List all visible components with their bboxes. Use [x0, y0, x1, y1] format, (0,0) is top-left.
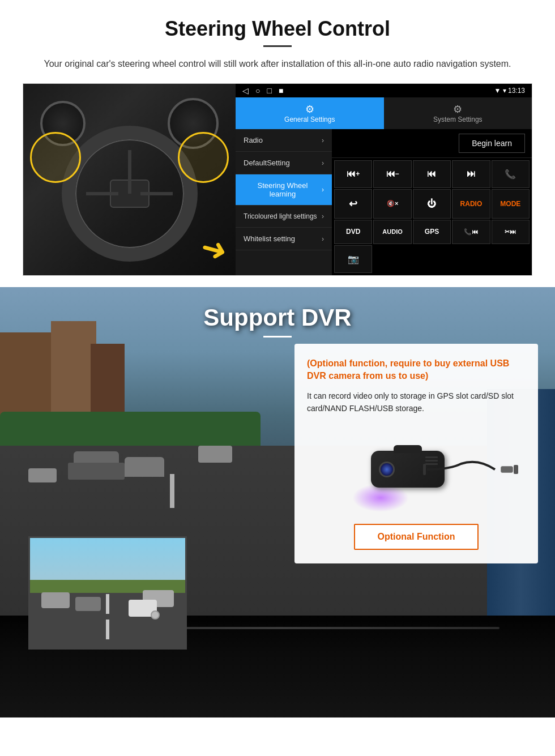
chevron-icon: ›: [322, 186, 324, 194]
statusbar: ◁ ○ □ ■ ▼ ▾ 13:13: [236, 84, 532, 97]
menu-item-radio[interactable]: Radio ›: [236, 129, 332, 152]
menu-item-whitelist-label: Whitelist setting: [244, 234, 295, 243]
control-buttons-grid: ⏮+ ⏮− ⏮ ⏭ 📞 ↩ 🔇× ⏻ RADIO MODE DVD AUDIO …: [332, 158, 532, 275]
next-track-button[interactable]: ⏭: [452, 160, 490, 188]
statusbar-time-area: ▼ ▾ 13:13: [494, 87, 525, 95]
settings-menu: Radio › DefaultSetting › Steering Wheel …: [236, 129, 332, 275]
audio-button[interactable]: AUDIO: [373, 220, 411, 245]
mode-button[interactable]: MODE: [492, 189, 530, 219]
menu-item-radio-label: Radio: [244, 136, 263, 144]
return-button[interactable]: ↩: [334, 189, 372, 219]
dvr-page-title: Support DVR: [0, 304, 555, 331]
menu-item-steering-label: Steering Wheel learning: [244, 181, 322, 198]
statusbar-nav-icons: ◁ ○ □ ■: [242, 86, 283, 95]
chevron-icon: ›: [322, 159, 324, 167]
menu-item-tricoloured[interactable]: Tricoloured light settings ›: [236, 206, 332, 228]
dvr-info-card: (Optional function, require to buy exter…: [294, 344, 538, 563]
settings-tabs: ⚙ General Settings ⚙ System Settings: [236, 97, 532, 129]
recents-icon: □: [267, 86, 271, 95]
begin-learn-button[interactable]: Begin learn: [459, 134, 525, 153]
menu-item-defaultsetting-label: DefaultSetting: [244, 159, 290, 167]
back-icon: ◁: [242, 86, 249, 95]
page-title: Steering Wheel Control: [23, 17, 532, 41]
tab-general-label: General Settings: [284, 116, 335, 123]
ui-screenshot: ➜ ◁ ○ □ ■ ▼ ▾ 13:13: [23, 83, 532, 276]
radio-button[interactable]: RADIO: [452, 189, 490, 219]
settings-content: Radio › DefaultSetting › Steering Wheel …: [236, 129, 532, 275]
menu-item-whitelist[interactable]: Whitelist setting ›: [236, 228, 332, 250]
dvr-description: It can record video only to storage in G…: [307, 390, 526, 415]
dvr-optional-text: (Optional function, require to buy exter…: [307, 357, 526, 383]
tab-system-label: System Settings: [433, 116, 483, 123]
menu-item-tricoloured-label: Tricoloured light settings: [244, 212, 317, 220]
mute-button[interactable]: 🔇×: [373, 189, 411, 219]
dvd-button[interactable]: DVD: [334, 220, 372, 245]
menu-icon: ■: [279, 86, 283, 95]
steering-photo: ➜: [23, 84, 236, 276]
begin-learn-area: Begin learn: [332, 129, 532, 158]
tab-system-settings[interactable]: ⚙ System Settings: [384, 97, 532, 129]
steering-section: Steering Wheel Control Your original car…: [0, 0, 555, 287]
dvr-inset-screenshot: [28, 536, 187, 650]
dvr-camera-image: [307, 424, 526, 515]
prev-track-button[interactable]: ⏮: [413, 160, 451, 188]
wifi-icon: ▾: [503, 87, 508, 95]
gps-button[interactable]: GPS: [413, 220, 451, 245]
chevron-icon: ›: [322, 235, 324, 243]
power-button[interactable]: ⏻: [413, 189, 451, 219]
dvr-section: Support DVR (Optional function, require …: [0, 287, 555, 717]
clock: 13:13: [508, 87, 525, 95]
gear-icon: ⚙: [240, 103, 379, 116]
optional-function-button[interactable]: Optional Function: [354, 524, 479, 550]
dvr-title-divider: [263, 336, 292, 338]
steering-controls-panel: Begin learn ⏮+ ⏮− ⏮ ⏭ 📞 ↩ 🔇× ⏻ RADIO MOD…: [332, 129, 532, 275]
signal-icon: ▼: [494, 87, 502, 95]
vol-up-button[interactable]: ⏮+: [334, 160, 372, 188]
vol-down-button[interactable]: ⏮−: [373, 160, 411, 188]
cut-next-button[interactable]: ✂⏭: [492, 220, 530, 245]
home-icon: ○: [255, 86, 260, 95]
android-head-unit: ◁ ○ □ ■ ▼ ▾ 13:13 ⚙ General Settings: [236, 84, 532, 275]
section-subtitle: Your original car's steering wheel contr…: [34, 57, 521, 71]
phone-prev-button[interactable]: 📞⏮: [452, 220, 490, 245]
dvr-title-area: Support DVR: [0, 287, 555, 349]
menu-item-defaultsetting[interactable]: DefaultSetting ›: [236, 152, 332, 174]
phone-button[interactable]: 📞: [492, 160, 530, 188]
menu-item-steering-wheel[interactable]: Steering Wheel learning ›: [236, 174, 332, 206]
tab-general-settings[interactable]: ⚙ General Settings: [236, 97, 384, 129]
system-icon: ⚙: [388, 103, 528, 116]
title-divider: [263, 45, 292, 47]
chevron-icon: ›: [322, 136, 324, 144]
chevron-icon: ›: [322, 212, 324, 220]
camera-button[interactable]: 📷: [334, 245, 372, 273]
cable-svg: [427, 458, 501, 481]
